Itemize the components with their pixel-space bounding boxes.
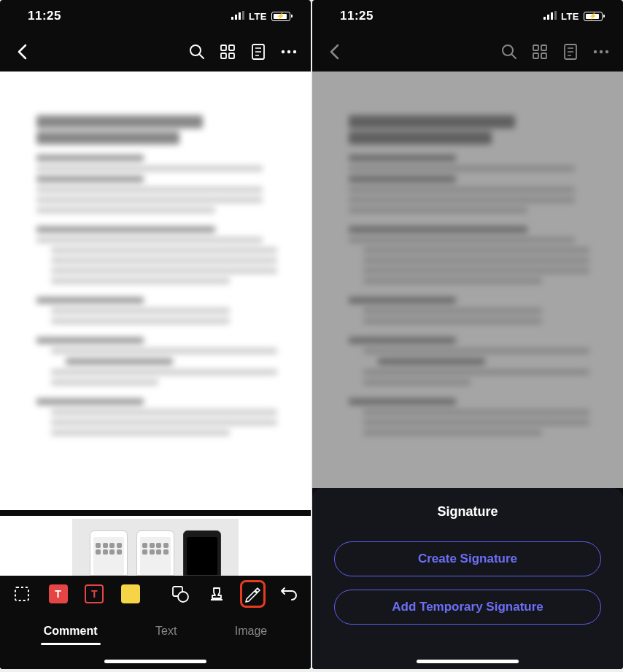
network-label: LTE xyxy=(249,11,267,22)
network-label: LTE xyxy=(561,11,579,22)
svg-rect-20 xyxy=(543,17,546,20)
svg-rect-9 xyxy=(229,53,234,58)
tool-row: T T xyxy=(0,576,311,612)
svg-rect-8 xyxy=(221,53,226,58)
reader-icon[interactable] xyxy=(249,43,267,61)
more-icon[interactable] xyxy=(592,43,610,61)
home-indicator[interactable] xyxy=(104,660,206,663)
search-icon[interactable] xyxy=(500,43,518,61)
document-viewer[interactable] xyxy=(0,72,311,576)
add-temporary-signature-button[interactable]: Add Temporary Signature xyxy=(334,590,601,625)
svg-point-35 xyxy=(600,50,603,53)
signature-panel: Signature Create Signature Add Temporary… xyxy=(312,488,623,669)
svg-rect-27 xyxy=(541,45,546,50)
bottom-toolbar: T T Comment Text Imag xyxy=(0,576,311,669)
nav-bar xyxy=(312,32,623,72)
svg-point-14 xyxy=(282,50,285,53)
svg-rect-1 xyxy=(235,15,237,20)
home-indicator[interactable] xyxy=(417,660,519,663)
status-time: 11:25 xyxy=(28,9,61,23)
search-icon[interactable] xyxy=(188,43,206,61)
back-button[interactable] xyxy=(325,43,343,61)
svg-rect-7 xyxy=(229,45,234,50)
signal-icon xyxy=(231,10,244,22)
status-bar: 11:25 LTE ⚡ xyxy=(312,0,623,32)
select-tool[interactable] xyxy=(10,582,34,606)
reader-icon[interactable] xyxy=(562,43,579,61)
svg-rect-0 xyxy=(231,17,233,20)
more-icon[interactable] xyxy=(280,43,298,61)
svg-point-34 xyxy=(594,50,597,53)
tab-comment[interactable]: Comment xyxy=(41,619,101,644)
svg-line-5 xyxy=(199,54,204,58)
svg-rect-17 xyxy=(15,587,28,600)
status-right: LTE ⚡ xyxy=(543,10,603,22)
battery-icon: ⚡ xyxy=(271,12,290,21)
svg-point-16 xyxy=(293,50,296,53)
svg-rect-23 xyxy=(554,11,557,20)
panel-title: Signature xyxy=(334,504,601,520)
nav-bar xyxy=(0,32,311,72)
right-screenshot: 11:25 LTE ⚡ xyxy=(312,0,623,669)
svg-line-25 xyxy=(511,54,516,58)
svg-rect-3 xyxy=(242,11,244,20)
document-page-2[interactable] xyxy=(0,510,311,576)
shape-tool[interactable] xyxy=(169,582,192,606)
tab-row: Comment Text Image xyxy=(0,612,311,650)
grid-icon[interactable] xyxy=(219,43,236,61)
signature-tool[interactable] xyxy=(241,582,265,606)
svg-rect-2 xyxy=(239,12,241,20)
create-signature-button[interactable]: Create Signature xyxy=(334,541,601,576)
signal-icon xyxy=(543,10,557,22)
svg-point-36 xyxy=(605,50,608,53)
status-right: LTE ⚡ xyxy=(231,10,290,22)
grid-icon[interactable] xyxy=(531,43,549,61)
document-viewer[interactable] xyxy=(312,72,623,488)
battery-icon: ⚡ xyxy=(584,12,603,21)
status-time: 11:25 xyxy=(340,9,374,23)
strikethrough-tool[interactable]: T xyxy=(83,582,107,606)
status-bar: 11:25 LTE ⚡ xyxy=(0,0,311,32)
svg-rect-29 xyxy=(541,53,546,58)
note-tool[interactable] xyxy=(119,582,142,606)
svg-rect-22 xyxy=(551,12,553,20)
tab-image[interactable]: Image xyxy=(232,619,270,644)
back-button[interactable] xyxy=(13,43,31,61)
svg-rect-21 xyxy=(547,15,549,20)
left-screenshot: 11:25 LTE ⚡ xyxy=(0,0,311,669)
svg-rect-6 xyxy=(221,45,226,50)
svg-point-15 xyxy=(287,50,290,53)
document-page xyxy=(0,72,311,493)
stamp-tool[interactable] xyxy=(205,582,228,606)
undo-button[interactable] xyxy=(277,582,301,606)
tab-text[interactable]: Text xyxy=(152,619,179,644)
svg-rect-26 xyxy=(533,45,538,50)
highlight-tool[interactable]: T xyxy=(47,582,70,606)
document-page xyxy=(312,72,623,488)
svg-point-19 xyxy=(178,592,188,602)
svg-rect-28 xyxy=(533,53,538,58)
